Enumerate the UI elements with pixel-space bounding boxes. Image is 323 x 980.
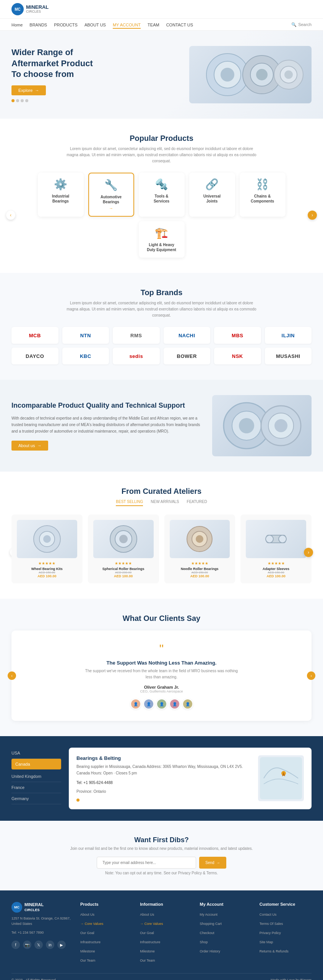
brand-rms[interactable]: RMS	[113, 327, 160, 344]
explore-button[interactable]: Explore →	[11, 85, 46, 95]
footer-info-about[interactable]: About Us	[140, 910, 192, 917]
avatar-5[interactable]: 👤	[182, 699, 193, 709]
footer-returns[interactable]: Returns & Refunds	[260, 947, 312, 954]
footer-service-heading: Customer Service	[260, 902, 312, 906]
price-old-4: AED 150.00	[246, 571, 306, 574]
heavy-icon: 🏗️	[143, 227, 181, 239]
product-card-chains[interactable]: ⛓️ Chains &Components	[240, 173, 286, 217]
logo-icon: MC	[11, 3, 24, 15]
search-area[interactable]: 🔍 Search	[291, 22, 312, 27]
svg-point-14	[274, 419, 287, 432]
footer-info-infra[interactable]: Infrastructure	[140, 938, 192, 945]
avatar-1[interactable]: 👤	[130, 699, 141, 709]
footer-brand: MC MINERALCIRCLES 1257 N Batavia St. Ora…	[11, 902, 73, 965]
country-canada[interactable]: Canada	[11, 759, 61, 769]
products-prev-arrow[interactable]: ‹	[6, 211, 15, 220]
brand-dayco[interactable]: DAYCO	[11, 348, 58, 364]
nav-products[interactable]: PRODUCTS	[54, 21, 78, 28]
store-province: Province: Ontario	[76, 788, 252, 795]
youtube-icon[interactable]: ▶	[57, 941, 66, 949]
footer-shop[interactable]: Shop	[200, 938, 252, 945]
logo[interactable]: MC MINERAL CIRCLES	[11, 3, 49, 15]
nav-about[interactable]: ABOUT US	[84, 21, 106, 28]
tab-best-selling[interactable]: BEST SELLING	[116, 500, 143, 506]
curated-product-1[interactable]: ★★★★★ Wheel Bearing Kits AED 150.00 AED …	[11, 514, 83, 583]
avatar-2[interactable]: 👤	[143, 699, 154, 709]
product-card-automotive[interactable]: 🔧 AutomotiveBearings →	[88, 173, 134, 217]
footer-phone: Tel: +1 234 567 7890	[11, 930, 73, 935]
footer-link-team[interactable]: Our Team	[80, 956, 132, 963]
product-card-tools[interactable]: 🔩 Tools &Services	[139, 173, 185, 217]
nav-team[interactable]: TEAM	[148, 21, 159, 28]
brand-sedis[interactable]: sedis	[113, 348, 160, 364]
nav-contact[interactable]: CONTACT US	[166, 21, 193, 28]
curated-product-4[interactable]: ★★★★★ Adapter Sleeves AED 150.00 AED 100…	[240, 514, 312, 583]
footer-link-goal[interactable]: Our Goal	[80, 929, 132, 936]
product-card-heavy[interactable]: 🏗️ Light & HeavyDuty Equipment	[139, 221, 185, 258]
footer-link-about[interactable]: About Us	[80, 910, 132, 917]
footer-checkout[interactable]: Checkout	[200, 929, 252, 936]
brand-nachi[interactable]: NACHI	[164, 327, 211, 344]
brand-iljin[interactable]: ILJIN	[265, 327, 312, 344]
avatar-4[interactable]: 👤	[169, 699, 180, 709]
store-content: Bearings & Belting Bearing supplier in M…	[69, 748, 312, 809]
footer-sitemap[interactable]: Site Map	[260, 938, 312, 945]
brand-bower[interactable]: BOWER	[164, 348, 211, 364]
footer-privacy[interactable]: Privacy Policy	[260, 929, 312, 936]
products-next-arrow[interactable]: ›	[308, 211, 317, 220]
footer-cart[interactable]: Shopping Cart	[200, 920, 252, 926]
curated-product-2[interactable]: ★★★★★ Spherical Roller Bearings AED 200.…	[88, 514, 159, 583]
country-germany[interactable]: Germany	[11, 793, 61, 804]
dot-4[interactable]	[25, 99, 28, 102]
footer-orders[interactable]: Order History	[200, 947, 252, 954]
email-input[interactable]	[97, 857, 196, 869]
footer-info-team[interactable]: Our Team	[140, 956, 192, 963]
country-usa[interactable]: USA	[11, 748, 61, 759]
tab-featured[interactable]: FEATURED	[187, 500, 207, 506]
product-img-1	[17, 520, 77, 558]
brand-kbc[interactable]: KBC	[62, 348, 109, 364]
avatar-3[interactable]: 👤	[156, 699, 167, 709]
twitter-icon[interactable]: 𝕏	[34, 941, 43, 949]
brand-musashi[interactable]: MUSASHI	[265, 348, 312, 364]
curated-product-3[interactable]: ★★★★★ Needle Roller Bearings AED 150.00 …	[164, 514, 235, 583]
linkedin-icon[interactable]: in	[46, 941, 54, 949]
brand-nsk[interactable]: NSK	[214, 348, 261, 364]
testimonials-title: What Our Clients Say	[11, 614, 312, 623]
brand-mcb[interactable]: MCB	[11, 327, 58, 344]
footer-info-core[interactable]: → Core Values	[140, 920, 192, 926]
footer-products-links: About Us → Core Values Our Goal Infrastr…	[80, 910, 132, 963]
country-france[interactable]: France	[11, 782, 61, 793]
email-submit-button[interactable]: Send →	[199, 857, 226, 869]
footer-contact[interactable]: Contact Us	[260, 910, 312, 917]
nav-brands[interactable]: BRANDS	[29, 21, 47, 28]
popular-desc: Lorem ipsum dolor sit amet, consectetur …	[66, 146, 257, 164]
nav-home[interactable]: Home	[11, 21, 23, 28]
instagram-icon[interactable]: 📷	[23, 941, 31, 949]
footer-terms[interactable]: Terms Of Sales	[260, 920, 312, 926]
nav-myaccount[interactable]: MY ACCOUNT	[113, 21, 141, 28]
brand-mbs[interactable]: MBS	[214, 327, 261, 344]
dot-3[interactable]	[21, 99, 24, 102]
footer-my-account[interactable]: My Account	[200, 910, 252, 917]
dot-1[interactable]	[11, 99, 15, 102]
product-img-2	[93, 520, 154, 558]
product-img-4	[246, 520, 306, 558]
brand-ntn[interactable]: NTN	[62, 327, 109, 344]
email-desc: Join our email list and be the first one…	[11, 846, 312, 851]
testimonial-prev-arrow[interactable]: ‹	[8, 671, 16, 680]
footer-link-milestone[interactable]: Milestone	[80, 947, 132, 954]
facebook-icon[interactable]: f	[11, 941, 20, 949]
footer-info-milestone[interactable]: Milestone	[140, 947, 192, 954]
tab-new-arrivals[interactable]: NEW ARRIVALS	[151, 500, 179, 506]
country-uk[interactable]: United Kingdom	[11, 771, 61, 782]
dot-2[interactable]	[16, 99, 19, 102]
curated-next-arrow[interactable]: ›	[304, 548, 313, 557]
footer-link-infra[interactable]: Infrastructure	[80, 938, 132, 945]
footer-link-core[interactable]: → Core Values	[80, 920, 132, 926]
product-card-universal[interactable]: 🔗 UniversalJoints	[189, 173, 235, 217]
product-card-industrial[interactable]: ⚙️ IndustrialBearings	[38, 173, 84, 217]
footer-info-goal[interactable]: Our Goal	[140, 929, 192, 936]
about-button[interactable]: About us →	[11, 441, 48, 451]
testimonial-next-arrow[interactable]: ›	[307, 671, 315, 680]
